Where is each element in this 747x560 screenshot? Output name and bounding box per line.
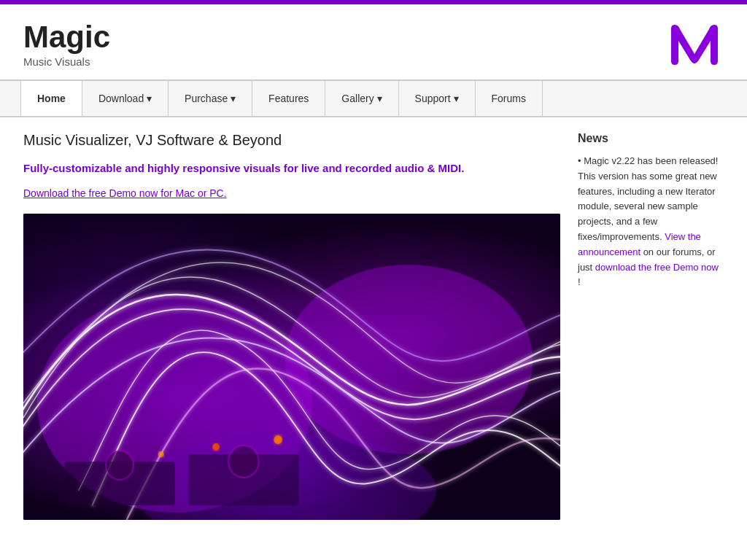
news-text-3: ! — [578, 276, 581, 287]
main-container: Music Visualizer, VJ Software & Beyond F… — [0, 117, 747, 534]
svg-point-8 — [212, 443, 219, 451]
svg-point-6 — [228, 446, 259, 478]
nav-item-support[interactable]: Support ▾ — [399, 81, 476, 116]
news-link-download[interactable]: download the free Demo now — [595, 262, 719, 273]
logo-subtitle: Music Visuals — [23, 55, 110, 68]
hero-image-inner — [23, 214, 560, 520]
content-area: Music Visualizer, VJ Software & Beyond F… — [23, 132, 560, 520]
header: Magic Music Visuals — [0, 4, 747, 79]
nav-link-support[interactable]: Support ▾ — [399, 81, 476, 116]
nav-item-home[interactable]: Home — [20, 81, 82, 116]
svg-point-9 — [158, 451, 164, 457]
nav-item-download[interactable]: Download ▾ — [82, 81, 169, 116]
news-text-1: • Magic v2.22 has been released! This ve… — [578, 155, 718, 242]
nav-link-gallery[interactable]: Gallery ▾ — [325, 81, 398, 116]
nav-link-forums[interactable]: Forums — [476, 81, 543, 116]
nav-link-download[interactable]: Download ▾ — [82, 81, 169, 116]
sidebar: News • Magic v2.22 has been released! Th… — [578, 132, 724, 520]
main-nav: Home Download ▾ Purchase ▾ Features Gall… — [0, 79, 747, 117]
hero-image — [23, 214, 560, 520]
demo-link[interactable]: Download the free Demo now for Mac or PC… — [23, 187, 560, 199]
nav-item-gallery[interactable]: Gallery ▾ — [325, 81, 398, 116]
news-title: News — [578, 132, 724, 145]
nav-link-purchase[interactable]: Purchase ▾ — [169, 81, 252, 116]
logo-title: Magic — [23, 20, 110, 54]
page-title: Music Visualizer, VJ Software & Beyond — [23, 132, 560, 149]
svg-point-5 — [106, 451, 133, 480]
tagline: Fully-customizable and highly responsive… — [23, 160, 560, 177]
news-body: • Magic v2.22 has been released! This ve… — [578, 154, 724, 290]
nav-item-forums[interactable]: Forums — [476, 81, 543, 116]
nav-link-home[interactable]: Home — [20, 81, 82, 116]
nav-item-purchase[interactable]: Purchase ▾ — [169, 81, 252, 116]
nav-link-features[interactable]: Features — [252, 81, 325, 116]
svg-point-7 — [274, 435, 282, 444]
logo-icon — [665, 18, 724, 71]
logo: Magic Music Visuals — [23, 20, 110, 68]
nav-item-features[interactable]: Features — [252, 81, 325, 116]
